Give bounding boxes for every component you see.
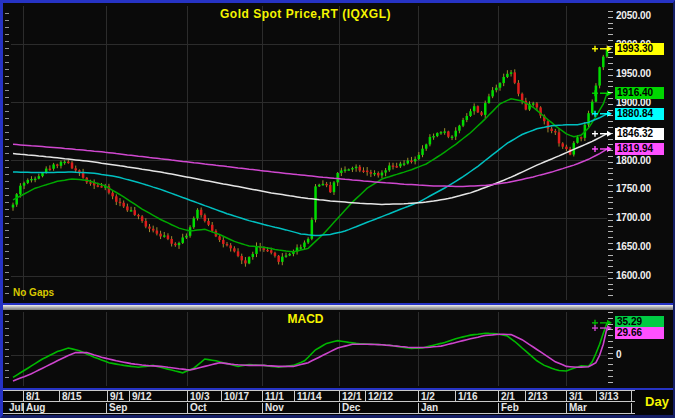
date-tick [23,391,24,401]
month-label: Dec [342,402,360,413]
date-tick-label: 10/17 [224,391,249,402]
price-tick-label: 1800.00 [616,155,651,166]
date-tick [294,391,295,401]
price-tick-label: 1650.00 [616,241,651,252]
date-tick [365,391,366,401]
month-divider [23,403,24,413]
date-tick-label: 11/14 [297,391,321,402]
month-divider [262,403,263,413]
month-label: Nov [265,402,284,413]
chart-window: Gold Spot Price,RT (IQXGL) No Gaps 2050.… [0,0,675,418]
macd-panel: MACD 0 35.2929.66 [3,310,673,390]
date-tick [107,391,108,401]
candles [12,45,608,266]
month-label: Jul [9,402,23,413]
date-axis-line [3,413,635,414]
price-chart-panel: Gold Spot Price,RT (IQXGL) No Gaps 2050.… [3,3,673,305]
slow-ma-line [13,134,607,205]
month-divider [498,403,499,413]
left-tick-strip [5,13,9,297]
date-tick-label: 2/1 [501,391,515,402]
month-divider [339,403,340,413]
last-price-box: 1916.40 [615,87,664,99]
date-tick [59,391,60,401]
month-label: Jan [421,402,438,413]
date-tick [566,391,567,401]
date-tick-label: 9/12 [132,391,151,402]
month-label: Oct [190,402,207,413]
date-tick [187,391,188,401]
month-label: Feb [501,402,519,413]
date-tick-label: 1/2 [421,391,435,402]
month-divider [187,403,188,413]
macd-title: MACD [3,312,608,326]
price-tick-label: 2050.00 [616,10,651,21]
date-tick-label: 11/1 [265,391,284,402]
macd-zero-label: 0 [616,349,622,360]
date-tick-label: 3/13 [599,391,618,402]
month-label: Mar [569,402,587,413]
date-axis: Day 8/18/159/19/1210/310/1711/111/1412/1… [3,390,673,414]
date-tick [596,391,597,401]
price-axis: 2050.002000.001950.001900.001850.001800.… [608,3,673,303]
no-gaps-label: No Gaps [13,287,54,298]
date-tick [498,391,499,401]
price-chart-plot[interactable] [3,3,673,303]
date-tick-label: 12/1 [342,391,361,402]
price-tick-label: 1600.00 [616,270,651,281]
chart-title: Gold Spot Price,RT (IQXGL) [3,7,608,21]
price-tick-label: 1950.00 [616,68,651,79]
date-tick-label: 8/1 [26,391,40,402]
month-divider [566,403,567,413]
macd-value-box: 29.66 [615,327,664,339]
month-label: Sep [109,402,127,413]
date-tick [525,391,526,401]
date-tick-label: 10/3 [190,391,209,402]
macd-line [13,323,607,378]
macd-axis-ticks [608,312,613,386]
month-divider [418,403,419,413]
price-tick-label: 1750.00 [616,183,651,194]
macd-axis: 0 35.2929.66 [608,310,673,388]
month-divider [631,403,632,413]
fast-ma-line [13,93,607,252]
last-price-box: 1993.30 [615,43,664,55]
date-tick-label: 9/1 [110,391,124,402]
price-gridlines [11,6,607,300]
date-tick [418,391,419,401]
last-price-box: 1819.94 [615,143,664,155]
slowest-ma-line [13,144,607,186]
price-axis-ticks [608,11,613,297]
date-tick [339,391,340,401]
date-tick-label: 8/15 [62,391,81,402]
month-divider [106,403,107,413]
date-tick-label: 2/13 [528,391,547,402]
date-tick-label: 1/16 [458,391,477,402]
last-price-box: 1846.32 [615,128,664,140]
price-tick-label: 1700.00 [616,212,651,223]
last-price-box: 1880.84 [615,108,664,120]
date-tick [129,391,130,401]
date-tick [262,391,263,401]
date-tick [221,391,222,401]
month-label: Aug [26,402,45,413]
date-tick-label: 3/1 [569,391,583,402]
date-tick [455,391,456,401]
date-tick [631,391,632,401]
interval-label: Day [641,392,673,412]
date-tick-label: 12/12 [368,391,393,402]
